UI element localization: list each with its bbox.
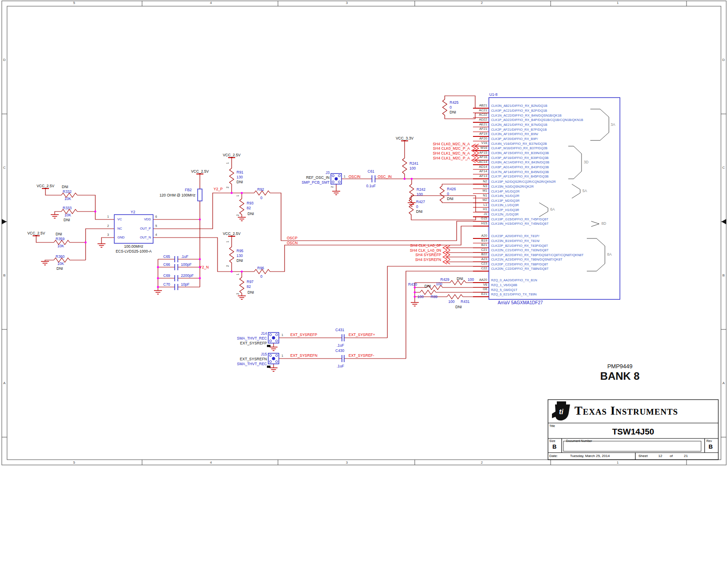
zone-row-b-left: B: [0, 274, 9, 277]
decor: [157, 277, 159, 280]
C66-ref: C66: [163, 263, 170, 267]
u1-pin-name-AC14: CLK6N_AC14/DIFFIO_RX_B43N/DQ3B: [491, 161, 549, 164]
u1-pin-name-M1: CLK14P_M1/DQ2R: [491, 190, 520, 193]
decor: [199, 277, 201, 280]
offpage-net-label-0: SH4 CLK_LA0_0P: [349, 244, 441, 248]
decor: [51, 215, 59, 218]
offpage-net-label-1: SH4 CLK_LA0_0N: [349, 249, 441, 253]
Y2-ref: Y2: [131, 210, 135, 214]
decor: [85, 242, 87, 244]
net-ext-sysrefn: EXT_SYSREFN: [290, 354, 317, 358]
decor: [270, 361, 272, 363]
decor: [101, 238, 114, 244]
C69-ref: C69: [163, 274, 170, 278]
title-label: Title: [549, 424, 555, 427]
decor: [231, 271, 233, 273]
R429-dni: DNI: [457, 277, 463, 281]
R97-zigzag: [240, 277, 244, 293]
u1-pin-name-AF15: CLK5N_AF15/DIFFIO_RX_B39N/DQ3B: [491, 151, 549, 155]
sheet-label: Sheet: [638, 454, 648, 458]
u1-pin-name-M2: CLK13P_M2/DQ3R: [491, 199, 520, 202]
Y2-pinnum-4: 4: [155, 233, 157, 236]
u1-pin-name-C22: CLK20N_C22/DIFFIO_RX_T88N/DQ8T: [491, 267, 548, 270]
R359-value: 10K: [57, 244, 64, 248]
zone-row-a-left: A: [0, 382, 9, 385]
decor: [414, 291, 416, 294]
Y2-pinnum-3: 3: [107, 233, 109, 236]
J14-ref: J14: [220, 332, 267, 336]
u1-pin-number-E21: E21: [467, 292, 487, 295]
R93-value: 82: [247, 206, 251, 210]
u1-pin-name-AA20: RZQ_0_AA20/DIFFIO_TX_B1N: [491, 279, 537, 282]
u1-pin-number-AD14: AD14: [467, 165, 487, 168]
C431-ref: C431: [335, 328, 344, 332]
C431-value: .1uF: [337, 344, 344, 348]
R89-ref: R89: [431, 295, 438, 299]
Y2-pin-vc: VC: [117, 218, 122, 221]
R92-ref: R92: [257, 188, 264, 192]
Y2-pinnum-1: 1: [107, 215, 109, 218]
offpage-net-label-3: SH4 CLK1_M2C_P_A: [377, 156, 470, 160]
R91-value: 130: [236, 175, 243, 179]
schematic-sheet: 5 4 3 2 1 5 4 3 2 1 D C B A D C B A VCC_…: [0, 0, 728, 563]
decor: [157, 286, 159, 288]
R97-value: 82: [247, 285, 251, 289]
zone-row-d-right: D: [719, 58, 728, 62]
u1-pin-number-A20: A20: [467, 234, 487, 237]
decor: [590, 109, 609, 140]
component-boxes: [114, 98, 620, 364]
R427-value: 0: [416, 205, 418, 209]
Y2-pin-outn: OUT_N: [135, 236, 151, 239]
u1-pin-name-L1: CLK13N_L1/DQ3R: [491, 204, 519, 207]
u1-pin-name-AD14: CLK6P_AD14/DIFFIO_RX_B43P/DQ3B: [491, 166, 549, 169]
u1-pin-name-C21: CLK22N_C21/DIFFIO_RX_T83N/DQ8T: [491, 249, 548, 252]
zone-col-1-top: 1: [613, 1, 622, 5]
u1-pin-name-AF16: CLK5P_AF16/DIFFIO_RX_B39P/DQ3B: [491, 156, 548, 159]
J3-net-name: REF_OSC_IN: [282, 176, 330, 180]
u1-pin-number-C22: C22: [467, 267, 487, 270]
decor: [2, 1, 726, 465]
R333-ref: R333: [63, 206, 71, 210]
offpage-net-label-2: SH4 SYSREFP: [349, 253, 441, 257]
u1-pin-name-AF14: CLK7N_AF14/DIFFIO_RX_B45N/DQ3B: [491, 170, 549, 174]
u1-pin-stub-H15: [473, 226, 489, 226]
rev-value: B: [709, 444, 713, 450]
u1-pin-name-AE21: CLK2N_AE21/DIFFIO_RX_B7N/DQ1B: [491, 123, 547, 126]
decor: [332, 181, 334, 183]
decor: [443, 246, 450, 264]
bank-title: BANK 8: [587, 371, 653, 382]
u1-pin-number-AC21: AC21: [467, 109, 487, 112]
u1-pin-number-AC14: AC14: [467, 160, 487, 163]
C61-ref: C61: [368, 170, 375, 174]
R89-zigzag: [420, 290, 436, 295]
bracket-label-8a: 8A: [607, 253, 612, 257]
u1-pin-name-N1: CLK14N_N1/DQ2R: [491, 194, 519, 197]
u1-pin-name-E21: RZQ_6_E21/DIFFIO_TX_T89N: [491, 293, 537, 296]
C69-value: 2200pF: [181, 274, 194, 278]
decor: [241, 192, 243, 194]
decor: [199, 219, 201, 221]
C61-value: 0.1uF: [366, 184, 376, 188]
u1-pin-name-N3: CLK15N_N3/DQSN2R/QK2R: [491, 185, 534, 188]
decor: [274, 338, 387, 347]
zone-row-a-right: A: [719, 382, 728, 385]
zone-row-d-left: D: [0, 58, 9, 62]
u1-pin-name-B19: CLK23N_B19/DIFFIO_RX_T81N/: [491, 239, 540, 242]
zone-col-5-bottom: 5: [70, 461, 79, 465]
decor: [41, 261, 49, 265]
bracket-label-3a: 3A: [611, 123, 615, 127]
sheet-frame: [2, 1, 726, 465]
R426-dni: DNI: [447, 197, 454, 201]
R360-ref: R360: [56, 255, 64, 259]
vcc25-label-4: VCC_2.5V: [216, 153, 247, 157]
decor: [276, 355, 278, 357]
Y2-pinnum-2: 2: [107, 224, 109, 227]
decor: [267, 345, 270, 347]
doc-number-label: Document Number: [566, 439, 592, 442]
u1-pin-number-J1: J1: [467, 212, 487, 215]
wires: [36, 96, 489, 368]
u1-pin-number-B19: B19: [467, 239, 487, 242]
u1-pin-name-AC22: CLK1N_AC22/DIFFIO_RX_B4N/DQSN1B/QK1B: [491, 114, 562, 117]
decor: [270, 355, 272, 357]
u1-pin-name-G6: RZQ_5_G6/DQ1T: [491, 288, 518, 291]
